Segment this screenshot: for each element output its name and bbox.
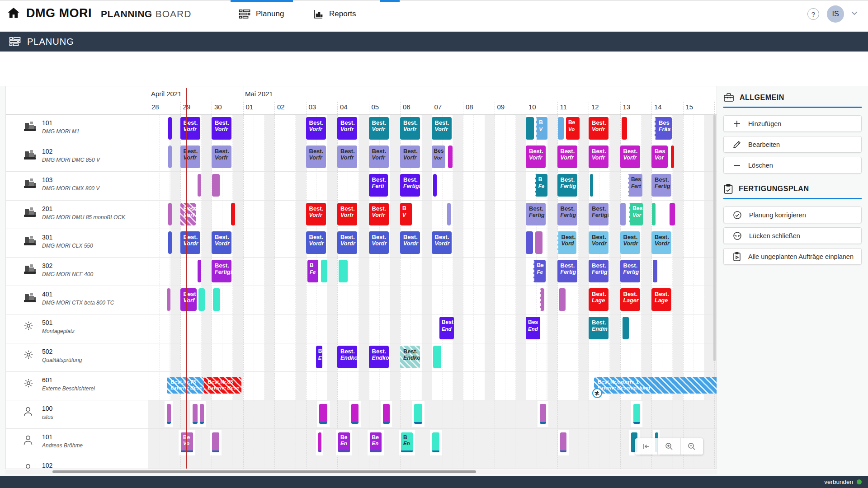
resource-row-label[interactable]: 201DMG MORI DMU 85 monoBLOCK: [6, 200, 147, 229]
gantt-bar[interactable]: [620, 203, 626, 225]
resource-row-label[interactable]: 501Montageplatz: [6, 314, 147, 343]
gantt-bar[interactable]: [670, 203, 675, 225]
horizontal-scrollbar-thumb[interactable]: [52, 470, 476, 473]
resource-row-label[interactable]: 102: [6, 457, 147, 469]
resource-row-label[interactable]: 101Andreas Bröhme: [6, 428, 147, 457]
gantt-bar[interactable]: [167, 404, 171, 424]
schedule-all-button[interactable]: Alle ungeplanten Aufträge einplanen: [723, 248, 862, 265]
gantt-bar[interactable]: Best.Ferti: [369, 174, 388, 197]
gantt-bar[interactable]: BEn: [401, 432, 413, 452]
chevron-down-icon[interactable]: [851, 11, 858, 15]
gantt-bar[interactable]: BesFräs: [655, 117, 672, 140]
gantt-bar[interactable]: [318, 432, 321, 452]
zoom-out-button[interactable]: [681, 438, 703, 455]
gantt-bar[interactable]: [447, 203, 451, 225]
gantt-bar[interactable]: [433, 346, 441, 368]
resource-row-label[interactable]: 601Externe Beschichterei: [6, 371, 147, 400]
resource-row-label[interactable]: 401DMG MORI CTX beta 800 TC: [6, 286, 147, 314]
gantt-bar[interactable]: Best.Vordr: [651, 231, 671, 254]
correct-planning-button[interactable]: Planung korrigieren: [723, 206, 862, 223]
gantt-bar[interactable]: [213, 288, 220, 311]
gantt-bar[interactable]: [558, 117, 564, 140]
gantt-bar[interactable]: Best.Fertig: [557, 174, 577, 197]
gantt-bar[interactable]: [448, 145, 453, 168]
gantt-bar[interactable]: BesVor: [629, 203, 643, 225]
gantt-bar[interactable]: Best.Vordr: [432, 231, 452, 254]
gantt-bar[interactable]: [590, 174, 593, 197]
gantt-bar[interactable]: [212, 432, 219, 452]
gantt-bar[interactable]: [432, 432, 439, 452]
gantt-bar[interactable]: Best.Endko: [400, 346, 420, 368]
resource-row-label[interactable]: 102DMG MORI DMC 850 V: [6, 143, 147, 171]
gantt-bar[interactable]: BeFe: [533, 260, 546, 282]
gantt-bar[interactable]: [622, 117, 627, 140]
gantt-bar[interactable]: Best.Vordr: [180, 231, 200, 254]
gantt-bar[interactable]: Best.Fertig: [557, 260, 577, 282]
gantt-bar[interactable]: Best.Vordr: [369, 231, 389, 254]
close-gaps-button[interactable]: Lücken schließen: [723, 227, 862, 244]
gantt-bar[interactable]: Best.Fertig: [589, 260, 609, 282]
scroll-to-start-button[interactable]: [635, 438, 658, 455]
gantt-bar[interactable]: Best.Vord: [557, 231, 576, 254]
gantt-bar[interactable]: BeVo: [566, 117, 580, 140]
gantt-bar[interactable]: [193, 404, 198, 424]
gantt-bar[interactable]: BestVorf: [180, 203, 196, 225]
resource-row-label[interactable]: 103DMG MORI CMX 800 V: [6, 171, 147, 200]
gantt-bar[interactable]: [231, 203, 235, 225]
gantt-bar[interactable]: [526, 117, 534, 140]
gantt-bar[interactable]: [319, 404, 327, 424]
resource-row-label[interactable]: 502Qualitätsprüfung: [6, 343, 147, 371]
gantt-bar[interactable]: Best.Vorfr: [557, 145, 577, 168]
gantt-bar[interactable]: [633, 404, 640, 424]
gantt-bar[interactable]: Best.Vorfr: [620, 145, 640, 168]
gantt-bar[interactable]: Best.Vorfr: [369, 203, 389, 225]
gantt-bar[interactable]: Best.Lage: [589, 288, 609, 311]
resource-row-label[interactable]: 101DMG MORI M1: [6, 114, 147, 143]
gantt-bar[interactable]: Best.Fertigf: [212, 260, 231, 282]
gantt-bar[interactable]: [383, 404, 390, 424]
gantt-bar[interactable]: BE: [316, 346, 322, 368]
gantt-bar[interactable]: Best.Fertig: [651, 174, 671, 197]
gantt-bar[interactable]: Best.Vorfr: [212, 117, 231, 140]
gantt-bar[interactable]: Best.Vorfr: [526, 145, 546, 168]
gantt-bar[interactable]: Best.Vorfr: [337, 203, 357, 225]
gantt-bar[interactable]: Best.Vorfr: [400, 117, 420, 140]
gantt-bar[interactable]: BFe: [535, 174, 547, 197]
external-order-badge[interactable]: [592, 388, 602, 398]
gantt-bar[interactable]: [198, 174, 201, 197]
gantt-bar[interactable]: [540, 288, 544, 311]
gantt-bar[interactable]: [198, 260, 201, 282]
resource-row-label[interactable]: 100istos: [6, 400, 147, 428]
gantt-bar[interactable]: Best.Vorfr: [589, 145, 609, 168]
gantt-bar[interactable]: BesEnd: [526, 317, 540, 339]
delete-button[interactable]: Löschen: [723, 157, 862, 174]
gantt-bar[interactable]: Best.Fertigf: [589, 203, 609, 225]
gantt-bar[interactable]: [168, 145, 172, 168]
tab-planung[interactable]: Planung: [239, 0, 284, 28]
gantt-bar[interactable]: BestEnd: [439, 317, 454, 339]
gantt-bar[interactable]: BV: [536, 117, 547, 140]
gantt-bar[interactable]: Best.Nr.extern: 1Externe Beschichtung: [594, 377, 717, 394]
zoom-in-button[interactable]: [658, 438, 680, 455]
gantt-bar[interactable]: Best.Vorfr: [306, 117, 326, 140]
gantt-bar[interactable]: BesVor: [432, 145, 445, 168]
gantt-bar[interactable]: Best.Vorfr: [369, 117, 389, 140]
gantt-bar[interactable]: Best.Vordr: [306, 231, 326, 254]
gantt-bar[interactable]: [623, 317, 629, 339]
gantt-bar[interactable]: BeVo: [181, 432, 193, 452]
gantt-bar[interactable]: Best.Vordr: [620, 231, 640, 254]
gantt-bar[interactable]: Best.Vorfr: [306, 145, 326, 168]
gantt-bar[interactable]: [535, 231, 542, 254]
gantt-bar[interactable]: Best.Vorfr: [400, 145, 420, 168]
gantt-bar[interactable]: Best.Endko: [369, 346, 389, 368]
gantt-bar[interactable]: BV: [400, 203, 412, 225]
gantt-bar[interactable]: [168, 117, 172, 140]
gantt-bar[interactable]: Best.Vorfr: [589, 117, 609, 140]
gantt-bar[interactable]: Best.Vorfr: [306, 203, 326, 225]
home-icon[interactable]: [6, 6, 21, 20]
gantt-bar[interactable]: [167, 288, 170, 311]
gantt-bar[interactable]: [653, 260, 657, 282]
help-button[interactable]: ?: [807, 8, 819, 20]
gantt-bar[interactable]: Best.Vorfr: [337, 117, 357, 140]
gantt-bar[interactable]: [652, 203, 656, 225]
